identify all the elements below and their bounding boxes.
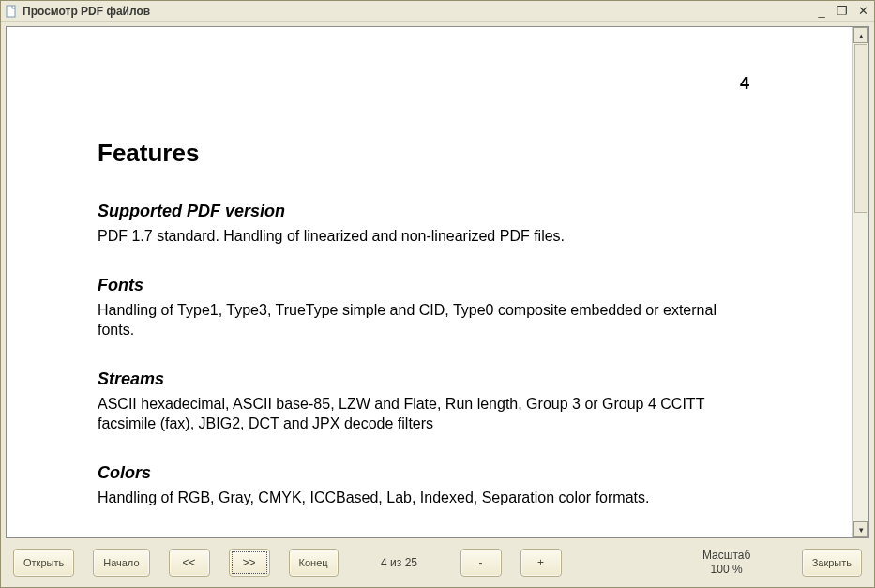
window-title: Просмотр PDF файлов [23,5,814,18]
page-number: 4 [98,74,815,94]
scroll-up-button[interactable]: ▴ [853,27,868,43]
client-area: 4 Features Supported PDF version PDF 1.7… [1,22,874,587]
section-body: Handling of RGB, Gray, CMYK, ICCBased, L… [98,489,735,507]
section-title: Streams [98,369,815,389]
document-icon [5,5,18,18]
section-body: ASCII hexadecimal, ASCII base-85, LZW an… [98,395,735,433]
scroll-down-button[interactable]: ▾ [853,521,868,537]
last-page-button[interactable]: Конец [289,549,339,577]
title-bar[interactable]: Просмотр PDF файлов _ ❐ ✕ [1,1,874,22]
window-controls: _ ❐ ✕ [814,5,870,18]
first-page-button[interactable]: Начало [93,549,149,577]
doc-heading: Features [98,139,815,168]
close-window-button[interactable]: ✕ [855,5,870,18]
zoom-value: 100 % [689,563,764,577]
prev-page-button[interactable]: << [169,549,210,577]
zoom-indicator: Масштаб 100 % [689,549,764,577]
zoom-label: Масштаб [689,549,764,563]
section-title: Colors [98,463,815,483]
next-page-button[interactable]: >> [229,549,270,577]
page-indicator: 4 из 25 [357,556,442,569]
close-button[interactable]: Закрыть [802,549,862,577]
bottom-toolbar: Открыть Начало << >> Конец 4 из 25 - + М… [6,538,869,587]
minimize-button[interactable]: _ [814,5,829,18]
section-title: Supported PDF version [98,202,815,221]
section-body: Handling of Type1, Type3, TrueType simpl… [98,301,735,339]
svg-rect-0 [7,6,15,17]
zoom-in-button[interactable]: + [520,549,562,577]
section-title: Fonts [98,276,815,295]
section-body: PDF 1.7 standard. Handling of linearized… [98,227,735,246]
pdf-viewport: 4 Features Supported PDF version PDF 1.7… [6,26,869,538]
zoom-out-button[interactable]: - [460,549,502,577]
maximize-button[interactable]: ❐ [835,5,850,18]
vertical-scrollbar[interactable]: ▴ ▾ [852,27,868,537]
scroll-thumb[interactable] [854,44,867,213]
pdf-page[interactable]: 4 Features Supported PDF version PDF 1.7… [7,27,852,537]
open-button[interactable]: Открыть [13,549,74,577]
app-window: Просмотр PDF файлов _ ❐ ✕ 4 Features Sup… [0,0,875,588]
